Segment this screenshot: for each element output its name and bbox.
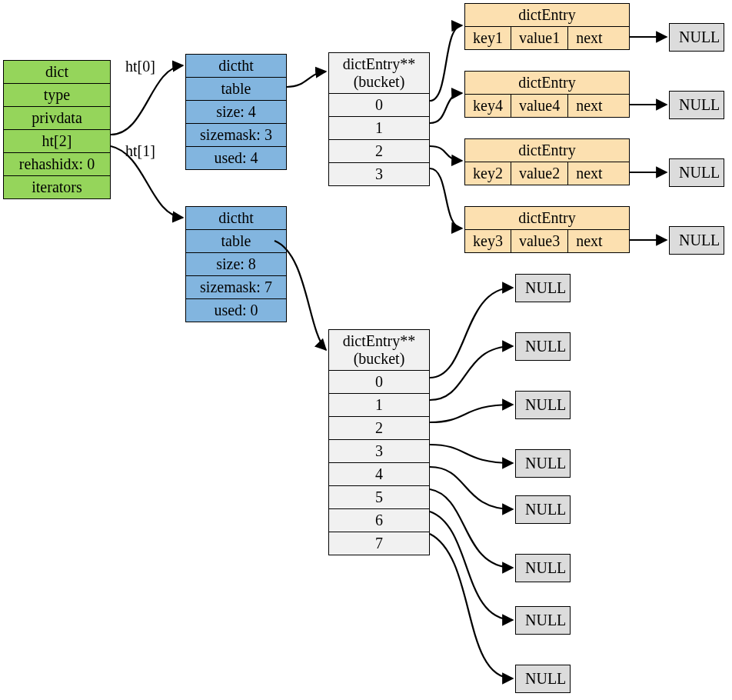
null-b1-1: NULL [515,332,571,361]
bucket1-slot-1: 1 [329,394,429,417]
bucket1-slot-4: 4 [329,463,429,486]
dictentry-3-next: next [568,230,610,252]
dictentry-3-title: dictEntry [465,207,629,230]
dictht1-sizemask: sizemask: 7 [186,276,286,299]
dictentry-0: dictEntry key1 value1 next [464,3,630,50]
dictentry-2-key: key2 [465,162,511,185]
bucket1-title2: (bucket) [329,350,429,371]
dictentry-1-value: value4 [511,95,568,117]
dictht0-size: size: 4 [186,101,286,124]
bucket0-slot-2: 2 [329,140,429,163]
null-entry-1: NULL [669,91,724,119]
dictentry-0-value: value1 [511,27,568,49]
bucket1-slot-7: 7 [329,532,429,555]
dictentry-2-title: dictEntry [465,139,629,162]
dictentry-2-value: value2 [511,162,568,185]
dict-field-iterators: iterators [4,176,110,198]
edge-label-ht0: ht[0] [125,58,155,75]
null-entry-2: NULL [669,158,724,187]
dictht0-title: dictht [186,55,286,78]
dictht1-size: size: 8 [186,253,286,276]
dictentry-1: dictEntry key4 value4 next [464,71,630,118]
null-entry-0: NULL [669,23,724,52]
bucket0-title2: (bucket) [329,73,429,94]
dict-field-type: type [4,84,110,107]
dictht1-used: used: 0 [186,299,286,322]
null-b1-7: NULL [515,665,571,693]
dictentry-2: dictEntry key2 value2 next [464,138,630,185]
dictentry-1-title: dictEntry [465,72,629,95]
dictht1-table: table [186,230,286,253]
dictentry-0-next: next [568,27,610,49]
dictht1-title: dictht [186,207,286,230]
bucket1-slot-0: 0 [329,371,429,394]
bucket0-box: dictEntry** (bucket) 0 1 2 3 [328,52,430,186]
bucket0-slot-0: 0 [329,94,429,117]
null-b1-0: NULL [515,274,571,302]
dictht0-table: table [186,78,286,101]
dict-title: dict [4,61,110,84]
dict-field-ht: ht[2] [4,130,110,153]
dictentry-3-value: value3 [511,230,568,252]
dict-box: dict type privdata ht[2] rehashidx: 0 it… [3,60,111,199]
bucket1-box: dictEntry** (bucket) 0 1 2 3 4 5 6 7 [328,329,430,555]
null-b1-2: NULL [515,391,571,419]
null-b1-6: NULL [515,606,571,635]
bucket1-slot-2: 2 [329,417,429,440]
dictht0-used: used: 4 [186,147,286,169]
bucket1-slot-5: 5 [329,486,429,509]
dictentry-3-key: key3 [465,230,511,252]
dictht0-sizemask: sizemask: 3 [186,124,286,147]
dict-field-privdata: privdata [4,107,110,130]
bucket1-title1: dictEntry** [329,330,429,350]
bucket0-title1: dictEntry** [329,53,429,73]
dictentry-1-key: key4 [465,95,511,117]
dictentry-1-next: next [568,95,610,117]
null-entry-3: NULL [669,226,724,255]
bucket1-slot-3: 3 [329,440,429,463]
dictentry-0-key: key1 [465,27,511,49]
bucket0-slot-1: 1 [329,117,429,140]
null-b1-4: NULL [515,495,571,524]
dictht0-box: dictht table size: 4 sizemask: 3 used: 4 [185,54,287,170]
null-b1-3: NULL [515,449,571,478]
bucket0-slot-3: 3 [329,163,429,185]
edge-label-ht1: ht[1] [125,142,155,160]
dictentry-3: dictEntry key3 value3 next [464,206,630,253]
dictht1-box: dictht table size: 8 sizemask: 7 used: 0 [185,206,287,322]
bucket1-slot-6: 6 [329,509,429,532]
dictentry-2-next: next [568,162,610,185]
null-b1-5: NULL [515,554,571,582]
dict-field-rehashidx: rehashidx: 0 [4,153,110,176]
dictentry-0-title: dictEntry [465,4,629,27]
